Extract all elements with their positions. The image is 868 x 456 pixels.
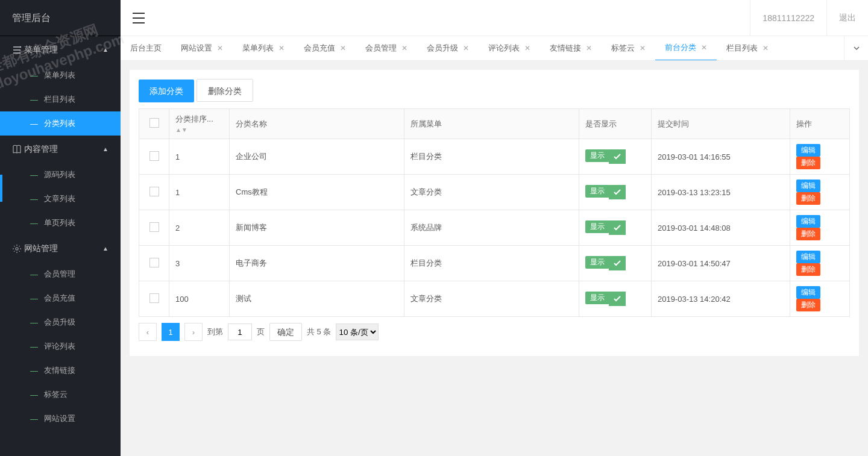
tab-upgrade[interactable]: 会员升级✕ bbox=[417, 36, 479, 61]
check-icon[interactable] bbox=[609, 256, 626, 270]
sidebar-kebar-tags[interactable]: —标签云 bbox=[0, 383, 121, 407]
tab-label: 菜单列表 bbox=[242, 43, 274, 54]
sidebar-item-column-list[interactable]: —栏目列表 bbox=[0, 87, 121, 111]
delete-button[interactable]: 删除 bbox=[796, 228, 820, 240]
check-icon[interactable] bbox=[609, 220, 626, 235]
sidebar-item-source-list[interactable]: —源码列表 bbox=[0, 163, 121, 187]
row-checkbox[interactable] bbox=[149, 151, 159, 161]
dash-icon: — bbox=[30, 195, 38, 204]
show-toggle-button[interactable]: 显示 bbox=[585, 256, 609, 269]
sort-icon[interactable]: ▲▼ bbox=[175, 126, 187, 133]
cell-name: 测试 bbox=[230, 281, 404, 317]
row-checkbox[interactable] bbox=[149, 187, 159, 196]
tab-menu-list[interactable]: 菜单列表✕ bbox=[233, 36, 294, 61]
sidebar-item-page-list[interactable]: —单页列表 bbox=[0, 211, 121, 235]
sidebar: 管理后台 菜单管理 ▲ —菜单列表 —栏目列表 —分类列表 内容管理 ▲ —源码… bbox=[0, 0, 121, 456]
sidebar-item-member-mgmt[interactable]: —会员管理 bbox=[0, 262, 121, 286]
close-icon[interactable]: ✕ bbox=[701, 43, 707, 52]
logout-button[interactable]: 退出 bbox=[826, 0, 868, 36]
sidebar-item-member-recharge[interactable]: —会员充值 bbox=[0, 286, 121, 310]
per-page-select[interactable]: 10 条/页 bbox=[336, 323, 379, 340]
sidebar-item-links[interactable]: —友情链接 bbox=[0, 358, 121, 383]
goto-confirm-button[interactable]: 确定 bbox=[269, 323, 302, 341]
delete-button[interactable]: 删除 bbox=[796, 299, 820, 311]
tab-recharge[interactable]: 会员充值✕ bbox=[294, 36, 356, 61]
edit-button[interactable]: 编辑 bbox=[796, 286, 820, 299]
page-next-button[interactable]: › bbox=[184, 323, 203, 341]
close-icon[interactable]: ✕ bbox=[640, 44, 646, 52]
tab-front-category[interactable]: 前台分类✕ bbox=[655, 36, 717, 61]
hamburger-icon[interactable] bbox=[121, 0, 157, 36]
menu-group-menu[interactable]: 菜单管理 ▲ bbox=[0, 36, 121, 63]
edit-button[interactable]: 编辑 bbox=[796, 180, 820, 192]
check-icon[interactable] bbox=[609, 149, 626, 164]
cell-show: 显示 bbox=[579, 139, 652, 175]
check-icon[interactable] bbox=[609, 185, 626, 199]
tab-comments[interactable]: 评论列表✕ bbox=[479, 36, 540, 61]
check-icon[interactable] bbox=[609, 292, 626, 306]
cell-ops: 编辑 删除 bbox=[790, 246, 850, 281]
tab-links[interactable]: 友情链接✕ bbox=[540, 36, 602, 61]
tab-label: 会员升级 bbox=[427, 43, 458, 54]
show-toggle-button[interactable]: 显示 bbox=[585, 220, 609, 233]
pagination: ‹ 1 › 到第 页 确定 共 5 条 10 条/页 bbox=[139, 317, 850, 347]
show-toggle-button[interactable]: 显示 bbox=[585, 292, 609, 304]
cell-time: 2019-03-01 14:50:47 bbox=[652, 246, 790, 281]
tab-home[interactable]: 后台主页 bbox=[121, 36, 171, 61]
close-icon[interactable]: ✕ bbox=[586, 44, 592, 52]
row-checkbox[interactable] bbox=[149, 293, 159, 303]
sidebar-item-member-upgrade[interactable]: —会员升级 bbox=[0, 310, 121, 334]
menu-group-site[interactable]: 网站管理 ▲ bbox=[0, 235, 121, 262]
close-icon[interactable]: ✕ bbox=[524, 44, 530, 52]
edit-button[interactable]: 编辑 bbox=[796, 251, 820, 263]
sidebar-item-label: 会员管理 bbox=[44, 269, 75, 280]
goto-page-input[interactable] bbox=[228, 323, 252, 340]
tab-column-list[interactable]: 栏目列表✕ bbox=[717, 36, 778, 61]
sidebar-item-label: 菜单列表 bbox=[44, 70, 75, 81]
tab-more-dropdown[interactable] bbox=[844, 36, 868, 61]
page-number-button[interactable]: 1 bbox=[162, 323, 180, 341]
page-prev-button[interactable]: ‹ bbox=[139, 323, 157, 341]
sidebar-item-category-list[interactable]: —分类列表 bbox=[0, 111, 121, 136]
close-icon[interactable]: ✕ bbox=[217, 44, 223, 52]
tab-label: 前台分类 bbox=[665, 42, 696, 53]
sidebar-item-article-list[interactable]: —文章列表 bbox=[0, 187, 121, 211]
delete-button[interactable]: 删除 bbox=[796, 263, 820, 276]
cell-show: 显示 bbox=[579, 281, 652, 317]
delete-button[interactable]: 删除 bbox=[796, 192, 820, 205]
edit-button[interactable]: 编辑 bbox=[796, 215, 820, 228]
tab-member-mgmt[interactable]: 会员管理✕ bbox=[356, 36, 417, 61]
edit-button[interactable]: 编辑 bbox=[796, 144, 820, 157]
select-all-checkbox[interactable] bbox=[149, 118, 159, 128]
close-icon[interactable]: ✕ bbox=[463, 44, 469, 52]
sidebar-item-label: 标签云 bbox=[44, 389, 68, 400]
close-icon[interactable]: ✕ bbox=[278, 44, 285, 52]
tab-site-settings[interactable]: 网站设置✕ bbox=[171, 36, 233, 61]
cell-ops: 编辑 删除 bbox=[790, 175, 850, 210]
close-icon[interactable]: ✕ bbox=[763, 44, 769, 52]
show-toggle-button[interactable]: 显示 bbox=[585, 185, 609, 198]
close-icon[interactable]: ✕ bbox=[401, 44, 407, 52]
sidebar-item-comments[interactable]: —评论列表 bbox=[0, 334, 121, 358]
row-checkbox[interactable] bbox=[149, 222, 159, 232]
menu-group-content[interactable]: 内容管理 ▲ bbox=[0, 136, 121, 163]
row-checkbox[interactable] bbox=[149, 258, 159, 267]
tab-label: 标签云 bbox=[611, 43, 635, 54]
th-sort[interactable]: 分类排序... bbox=[175, 114, 213, 123]
delete-category-button[interactable]: 删除分类 bbox=[197, 79, 253, 102]
show-toggle-button[interactable]: 显示 bbox=[585, 149, 609, 162]
tab-tags[interactable]: 标签云✕ bbox=[602, 36, 655, 61]
svg-point-0 bbox=[20, 46, 21, 48]
sidebar-item-label: 栏目列表 bbox=[44, 94, 75, 105]
dash-icon: — bbox=[30, 270, 38, 279]
cell-menu: 文章分类 bbox=[404, 175, 579, 210]
header-phone[interactable]: 18811112222 bbox=[750, 0, 826, 36]
table-row: 1Cms教程文章分类显示2019-03-13 13:23:15编辑 删除 bbox=[139, 175, 850, 210]
sidebar-item-menu-list[interactable]: —菜单列表 bbox=[0, 63, 121, 87]
sidebar-item-site-settings[interactable]: —网站设置 bbox=[0, 407, 121, 431]
sidebar-item-label: 分类列表 bbox=[44, 118, 75, 129]
close-icon[interactable]: ✕ bbox=[340, 44, 346, 52]
delete-button[interactable]: 删除 bbox=[796, 157, 820, 169]
cell-name: Cms教程 bbox=[230, 175, 404, 210]
add-category-button[interactable]: 添加分类 bbox=[139, 80, 194, 102]
